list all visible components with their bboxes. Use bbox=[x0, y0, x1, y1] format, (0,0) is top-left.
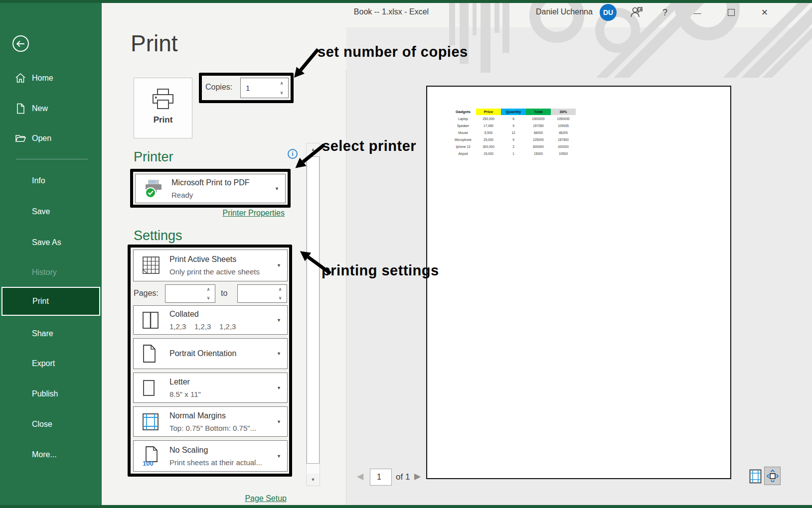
sidebar-item-print[interactable]: Print bbox=[1, 287, 100, 316]
sidebar-item-close[interactable]: Close bbox=[0, 417, 102, 432]
scroll-down-icon[interactable]: ▼ bbox=[307, 474, 320, 486]
sidebar-item-label: Save bbox=[32, 207, 50, 216]
annotation-copies: set number of copies bbox=[318, 44, 468, 60]
sidebar-item-save[interactable]: Save bbox=[0, 204, 102, 219]
collated-icon bbox=[142, 311, 160, 330]
chevron-down-icon: ▼ bbox=[275, 186, 279, 191]
help-button[interactable]: ? bbox=[657, 4, 673, 21]
preview-table: Gadgets Price Quantity Total 30% Laptop … bbox=[450, 109, 576, 157]
sidebar-item-open[interactable]: Open bbox=[0, 131, 102, 146]
person-arrow-icon bbox=[630, 6, 644, 19]
print-what-primary: Print Active Sheets bbox=[169, 254, 272, 264]
table-cell: 9 bbox=[501, 122, 526, 129]
table-cell: 9 bbox=[501, 136, 526, 143]
sidebar-item-history: History bbox=[0, 265, 102, 280]
sidebar-item-share[interactable]: Share bbox=[0, 326, 102, 341]
sidebar-item-label: New bbox=[32, 104, 48, 113]
next-page-icon[interactable]: ▶ bbox=[414, 471, 421, 482]
bottom-green-strip bbox=[0, 505, 812, 508]
page-count-label: of 1 bbox=[396, 472, 410, 482]
table-cell: Speaker bbox=[450, 122, 476, 129]
copies-increment-icon[interactable]: ∧ bbox=[276, 79, 287, 88]
table-cell: Iphone 13 bbox=[450, 143, 476, 150]
print-button[interactable]: Print bbox=[134, 78, 192, 138]
printer-device-icon bbox=[144, 179, 163, 199]
sidebar-item-export[interactable]: Export bbox=[0, 356, 102, 371]
copies-decrement-icon[interactable]: ∨ bbox=[276, 88, 287, 98]
collation-dropdown[interactable]: Collated 1,2,3 1,2,3 1,2,3 ▼ bbox=[133, 305, 288, 335]
table-cell: Laptop bbox=[450, 115, 476, 122]
collation-secondary: 1,2,3 1,2,3 1,2,3 bbox=[169, 322, 272, 331]
page-title: Print bbox=[131, 30, 178, 57]
printer-properties-link[interactable]: Printer Properties bbox=[199, 209, 285, 218]
sidebar-item-more[interactable]: More... bbox=[0, 447, 102, 462]
open-folder-icon bbox=[15, 133, 26, 144]
show-margins-icon bbox=[749, 469, 762, 484]
printer-select-dropdown[interactable]: Microsoft Print to PDF Ready ▼ bbox=[135, 174, 286, 203]
chevron-down-icon: ▼ bbox=[277, 385, 281, 390]
scaling-primary: No Scaling bbox=[169, 445, 272, 455]
switch-account-icon[interactable] bbox=[627, 4, 646, 21]
previous-page-icon[interactable]: ◀ bbox=[357, 471, 363, 482]
sidebar-divider bbox=[16, 159, 88, 159]
chevron-down-icon: ▼ bbox=[277, 454, 281, 459]
account-user-name: Daniel Uchenna bbox=[536, 7, 593, 16]
pages-from-decrement-icon[interactable]: ∨ bbox=[203, 294, 214, 302]
paper-size-primary: Letter bbox=[169, 377, 272, 387]
pages-to-decrement-icon[interactable]: ∨ bbox=[275, 294, 286, 302]
sidebar-item-info[interactable]: Info bbox=[0, 173, 102, 188]
back-button[interactable] bbox=[12, 35, 29, 52]
scroll-up-icon[interactable]: ▲ bbox=[307, 143, 320, 155]
maximize-button[interactable] bbox=[723, 4, 740, 21]
table-cell: 6 bbox=[501, 115, 526, 122]
paper-size-dropdown[interactable]: Letter 8.5" x 11" ▼ bbox=[133, 373, 288, 403]
table-cell: 15,000 bbox=[476, 150, 501, 157]
col-header: Total bbox=[526, 109, 551, 115]
pages-to-stepper[interactable]: ∧ ∨ bbox=[237, 284, 287, 303]
sidebar-item-label: More... bbox=[32, 450, 57, 459]
home-icon bbox=[15, 73, 26, 84]
no-scaling-icon: 100 bbox=[142, 446, 160, 467]
table-cell: 225000 bbox=[526, 136, 551, 143]
copies-label: Copies: bbox=[205, 83, 232, 92]
sidebar-item-home[interactable]: Home bbox=[0, 71, 102, 86]
copies-stepper[interactable]: 1 ∧ ∨ bbox=[240, 78, 289, 98]
scaling-dropdown[interactable]: 100 No Scaling Print sheets at their act… bbox=[133, 440, 288, 472]
printer-icon bbox=[151, 88, 175, 110]
avatar[interactable]: DU bbox=[600, 4, 617, 21]
chevron-down-icon: ▼ bbox=[277, 318, 281, 323]
print-what-secondary: Only print the active sheets bbox=[169, 267, 272, 276]
col-header: Quantity bbox=[501, 109, 526, 115]
table-cell: 25,000 bbox=[476, 136, 501, 143]
pages-to-increment-icon[interactable]: ∧ bbox=[275, 285, 286, 294]
window-title: Book -- 1.xlsx - Excel bbox=[299, 7, 484, 16]
table-cell: 10500 bbox=[551, 150, 576, 157]
pages-from-increment-icon[interactable]: ∧ bbox=[203, 285, 214, 294]
minimize-button[interactable]: — bbox=[689, 4, 706, 21]
annotation-settings: printing settings bbox=[322, 262, 439, 279]
table-cell: 420000 bbox=[551, 143, 576, 150]
margins-dropdown[interactable]: Normal Margins Top: 0.75" Bottom: 0.75".… bbox=[133, 406, 288, 437]
copies-value: 1 bbox=[246, 78, 250, 98]
close-button[interactable]: × bbox=[756, 4, 774, 21]
scrollbar-thumb[interactable] bbox=[307, 156, 320, 464]
sidebar-item-label: Publish bbox=[32, 389, 58, 398]
table-cell: 1050000 bbox=[551, 115, 576, 122]
sidebar-item-new[interactable]: New bbox=[0, 101, 102, 116]
orientation-dropdown[interactable]: Portrait Orientation ▼ bbox=[133, 338, 288, 369]
table-cell: 157050 bbox=[526, 122, 551, 129]
sidebar-item-label: Export bbox=[32, 359, 55, 368]
sidebar-item-label: Close bbox=[32, 420, 52, 429]
backstage-sidebar: Home New Open Info Save Save As History … bbox=[0, 0, 102, 508]
show-margins-button[interactable] bbox=[748, 469, 763, 484]
page-number-input[interactable]: 1 bbox=[370, 469, 392, 486]
page-setup-link[interactable]: Page Setup bbox=[229, 494, 287, 503]
settings-scrollbar[interactable]: ▲ ▼ bbox=[306, 143, 320, 486]
info-icon[interactable]: i bbox=[288, 149, 298, 159]
print-what-dropdown[interactable]: Print Active Sheets Only print the activ… bbox=[133, 250, 288, 281]
pages-from-stepper[interactable]: ∧ ∨ bbox=[165, 284, 215, 303]
sidebar-item-save-as[interactable]: Save As bbox=[0, 235, 102, 250]
col-header: 30% bbox=[551, 109, 576, 115]
sidebar-item-publish[interactable]: Publish bbox=[0, 386, 102, 401]
zoom-to-page-button[interactable] bbox=[764, 467, 781, 485]
